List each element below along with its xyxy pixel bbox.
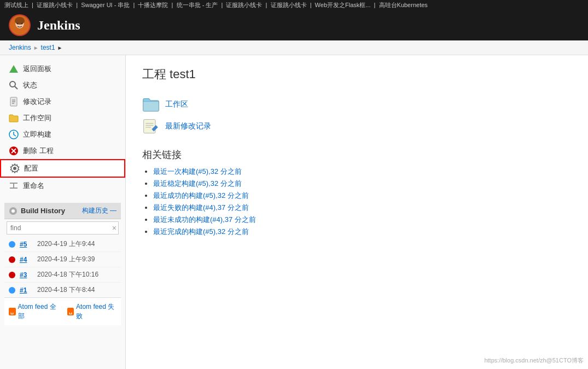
main-content: 工程 test1 工作区 最新修改记录	[126, 55, 588, 369]
document-icon	[9, 97, 19, 107]
app-header: Jenkins	[0, 10, 588, 40]
build-status-dot	[9, 256, 15, 263]
sidebar-item-delete[interactable]: 删除 工程	[0, 143, 125, 159]
sidebar-item-rename[interactable]: 重命名	[0, 178, 125, 194]
svg-point-6	[10, 81, 15, 87]
rss-all-icon: ␣	[9, 308, 16, 315]
related-links-section: 相关链接 最近一次构建(#5),32 分之前 最近稳定构建(#5),32 分之前…	[142, 148, 572, 237]
changelog-link-item: 最新修改记录	[142, 118, 572, 135]
folder-icon	[9, 113, 19, 123]
find-wrap: ×	[4, 219, 121, 237]
related-link[interactable]: 最近稳定构建(#5),32 分之前	[153, 179, 242, 188]
build-history-icon	[9, 207, 18, 215]
find-input[interactable]	[7, 221, 119, 235]
sidebar-item-workspace[interactable]: 工作空间	[0, 110, 125, 126]
svg-rect-19	[13, 183, 14, 189]
list-item: 最近未成功的构建(#4),37 分之前	[153, 215, 572, 225]
workspace-link[interactable]: 工作区	[165, 99, 188, 109]
sidebar-item-back[interactable]: 返回面板	[0, 61, 125, 77]
build-number[interactable]: #1	[20, 286, 33, 294]
changelog-link[interactable]: 最新修改记录	[165, 121, 211, 131]
svg-marker-5	[9, 65, 18, 73]
build-history-header: Build History 构建历史 —	[4, 203, 121, 219]
top-nav: 测试线上 | 证服跳小线卡 | Swagger UI - 串批 | 十播达摩院 …	[0, 0, 588, 10]
list-item: 最近一次构建(#5),32 分之前	[153, 167, 572, 177]
build-item: #3 2020-4-18 下午10:16	[4, 267, 121, 283]
delete-icon	[9, 146, 19, 156]
sidebar: 返回面板 状态 修改记录	[0, 55, 126, 369]
build-items-list: #5 2020-4-19 上午9:44 #4 2020-4-19 上午9:39 …	[4, 237, 121, 297]
svg-point-2	[15, 17, 25, 25]
build-item: #5 2020-4-19 上午9:44	[4, 237, 121, 252]
sidebar-item-changelog[interactable]: 修改记录	[0, 93, 125, 110]
svg-point-16	[13, 167, 16, 170]
search-icon	[9, 80, 19, 90]
build-status-dot	[9, 272, 15, 278]
workspace-folder-icon	[142, 96, 160, 113]
build-history-section: Build History 构建历史 — × #5 2020-4-19 上午9:…	[4, 203, 121, 325]
app-title: Jenkins	[37, 18, 80, 33]
svg-point-4	[21, 23, 23, 25]
related-links-title: 相关链接	[142, 148, 572, 161]
related-link[interactable]: 最近一次构建(#5),32 分之前	[153, 167, 242, 175]
list-item: 最近成功的构建(#5),32 分之前	[153, 191, 572, 201]
related-link[interactable]: 最近失败的构建(#4),37 分之前	[153, 203, 249, 212]
build-status-dot	[9, 287, 15, 294]
build-item: #1 2020-4-18 下午8:44	[4, 283, 121, 297]
related-link[interactable]: 最近成功的构建(#5),32 分之前	[153, 191, 249, 200]
jenkins-logo	[9, 14, 31, 36]
rss-fail-icon: ␣	[67, 308, 74, 315]
content-links: 工作区 最新修改记录	[142, 96, 572, 135]
main-layout: 返回面板 状态 修改记录	[0, 55, 588, 369]
atom-feed-row: ␣ Atom feed 全部 ␣ Atom feed 失败	[4, 297, 121, 325]
top-nav-items: 测试线上 | 证服跳小线卡 | Swagger UI - 串批 | 十播达摩院 …	[4, 1, 428, 9]
svg-point-3	[17, 23, 19, 25]
build-time: 2020-4-18 下午8:44	[37, 285, 95, 295]
build-time: 2020-4-19 上午9:39	[37, 255, 95, 264]
rename-icon	[9, 181, 19, 191]
breadcrumb-jenkins[interactable]: Jenkins	[9, 44, 31, 51]
workspace-link-item: 工作区	[142, 96, 572, 113]
find-clear-button[interactable]: ×	[112, 224, 117, 232]
atom-feed-fail-link[interactable]: ␣ Atom feed 失败	[67, 302, 117, 321]
related-link[interactable]: 最近未成功的构建(#4),37 分之前	[153, 215, 256, 224]
build-time: 2020-4-19 上午9:44	[37, 239, 95, 249]
breadcrumb-test1[interactable]: test1	[41, 44, 55, 51]
clock-icon	[9, 130, 19, 139]
gear-icon	[10, 163, 20, 173]
atom-feed-all-link[interactable]: ␣ Atom feed 全部	[9, 302, 59, 321]
build-history-link[interactable]: 构建历史 —	[82, 206, 117, 215]
svg-rect-22	[144, 120, 155, 133]
svg-line-7	[15, 86, 18, 89]
sidebar-item-configure[interactable]: 配置	[0, 159, 125, 178]
list-item: 最近完成的构建(#5),32 分之前	[153, 227, 572, 237]
breadcrumb: Jenkins ► test1 ►	[0, 40, 588, 55]
list-item: 最近失败的构建(#4),37 分之前	[153, 203, 572, 213]
build-number[interactable]: #4	[20, 256, 33, 263]
build-status-dot	[9, 241, 15, 248]
svg-point-21	[11, 209, 15, 213]
build-number[interactable]: #5	[20, 241, 33, 248]
build-item: #4 2020-4-19 上午9:39	[4, 252, 121, 267]
related-links-list: 最近一次构建(#5),32 分之前 最近稳定构建(#5),32 分之前 最近成功…	[142, 167, 572, 237]
changelog-edit-icon	[142, 118, 160, 135]
related-link[interactable]: 最近完成的构建(#5),32 分之前	[153, 227, 249, 236]
build-number[interactable]: #3	[20, 271, 33, 279]
sidebar-item-build-now[interactable]: 立即构建	[0, 126, 125, 143]
build-time: 2020-4-18 下午10:16	[37, 270, 98, 279]
page-title: 工程 test1	[142, 66, 572, 83]
sidebar-item-status[interactable]: 状态	[0, 77, 125, 93]
list-item: 最近稳定构建(#5),32 分之前	[153, 179, 572, 189]
arrow-up-icon	[9, 64, 19, 74]
